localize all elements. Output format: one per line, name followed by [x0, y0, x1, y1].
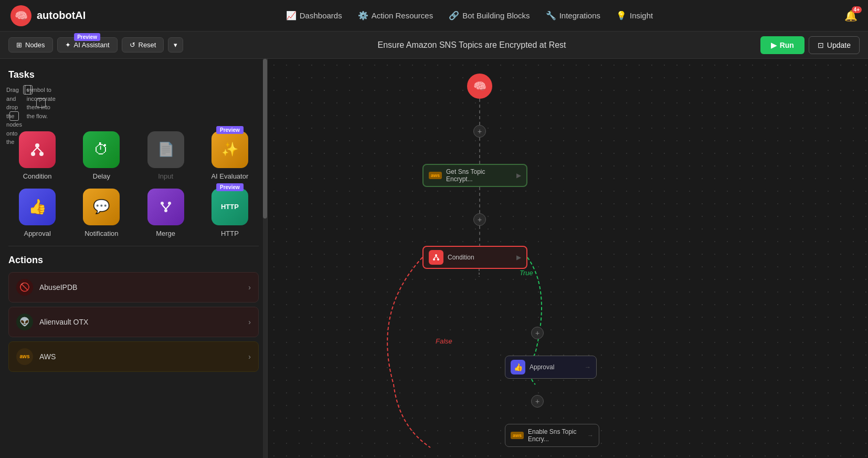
svg-point-5: [161, 202, 164, 205]
integrations-icon: 🔧: [546, 11, 556, 20]
http-label: HTTP: [221, 230, 239, 237]
run-button[interactable]: ▶ Run: [760, 36, 805, 54]
http-node-icon: HTTP: [211, 189, 248, 225]
nav-links: 📈 Dashboards ⚙️ Action Resources 🔗 Bot B…: [110, 11, 829, 20]
node-approval[interactable]: 👍 Approval: [8, 189, 66, 237]
condition-mini-svg: [432, 253, 440, 262]
approval-flow-node[interactable]: 👍 Approval →: [505, 356, 597, 379]
enable-sns-node[interactable]: aws Enable Sns Topic Encry... →: [505, 424, 599, 447]
update-button[interactable]: ⊡ Update: [809, 36, 860, 54]
node-ai-evaluator[interactable]: Preview ✨ AI Evaluator: [201, 131, 259, 180]
plus-3[interactable]: +: [531, 327, 544, 339]
main-area: Tasks Drag and drop the nodes onto the +…: [0, 59, 868, 458]
update-label: Update: [827, 41, 851, 49]
ai-assistant-label: AI Assistant: [74, 41, 110, 49]
merge-node-icon: [147, 189, 184, 225]
svg-point-10: [435, 254, 437, 256]
divider: [8, 246, 259, 246]
action-aws-left: aws AWS: [16, 348, 56, 365]
connector-4: [479, 226, 480, 247]
node-merge[interactable]: Merge: [137, 189, 195, 237]
flow-curves: [268, 59, 868, 458]
false-label: False: [436, 337, 452, 345]
ai-evaluator-preview-badge: Preview: [216, 126, 244, 134]
tasks-desc-text2: symbol to incorporate them into the flow…: [36, 98, 46, 108]
plus-4[interactable]: +: [531, 395, 544, 408]
sidebar-scrollbar[interactable]: [263, 59, 267, 458]
approval-label: Approval: [24, 230, 50, 237]
svg-point-7: [164, 209, 167, 212]
svg-line-4: [37, 148, 41, 152]
flow-canvas[interactable]: 🧠 + aws Get Sns Topic Encrypt... ▶ +: [268, 59, 868, 458]
delay-node-icon: ⏱: [83, 131, 120, 168]
node-grid-2: 👍 Approval 💬 Notification: [8, 189, 259, 237]
dropdown-button[interactable]: ▾: [168, 37, 183, 53]
svg-line-3: [33, 148, 37, 152]
nodes-button[interactable]: ⊞ Nodes: [8, 37, 53, 53]
logo[interactable]: 🧠 autobotAI: [10, 5, 94, 26]
condition-flow-icon: [429, 250, 443, 265]
svg-line-9: [166, 205, 170, 209]
insight-icon: 💡: [616, 11, 627, 20]
navbar: 🧠 autobotAI 📈 Dashboards ⚙️ Action Resou…: [0, 0, 868, 32]
get-sns-arrow: ▶: [516, 172, 521, 179]
node-condition[interactable]: Condition: [8, 131, 66, 180]
node-delay[interactable]: ⏱ Delay: [72, 131, 130, 180]
notification-node-icon: 💬: [83, 189, 120, 225]
nav-integrations[interactable]: 🔧 Integrations: [546, 11, 600, 20]
approval-node-icon: 👍: [19, 189, 56, 225]
toolbar: ⊞ Nodes Preview ✦ AI Assistant ↺ Reset ▾…: [0, 32, 868, 59]
ai-evaluator-node-icon: ✨: [211, 131, 248, 168]
action-abuseipdb[interactable]: 🚫 AbuseIPDB ›: [8, 272, 259, 303]
get-sns-label: Get Sns Topic Encrypt...: [446, 168, 512, 183]
notification-badge: 4+: [852, 6, 862, 13]
nav-action-resources[interactable]: ⚙️ Action Resources: [358, 11, 433, 20]
node-http[interactable]: Preview HTTP HTTP: [201, 189, 259, 237]
svg-point-6: [168, 202, 171, 205]
condition-flow-node[interactable]: Condition ▶: [422, 246, 527, 269]
connector-3: [479, 187, 480, 213]
nodes-label: Nodes: [25, 41, 45, 49]
chevron-down-icon: ▾: [174, 41, 177, 49]
start-node[interactable]: 🧠: [467, 74, 492, 99]
action-aws[interactable]: aws AWS ›: [8, 341, 259, 372]
abuseipdb-chevron: ›: [248, 283, 251, 292]
svg-point-2: [39, 152, 44, 156]
action-alienvault[interactable]: 👽 Alienvault OTX ›: [8, 307, 259, 337]
nav-dashboards[interactable]: 📈 Dashboards: [286, 11, 342, 20]
merge-label: Merge: [156, 230, 175, 237]
nav-bot-building-blocks[interactable]: 🔗 Bot Building Blocks: [449, 11, 530, 20]
alienvault-icon: 👽: [16, 314, 33, 330]
plus-2[interactable]: +: [473, 213, 486, 226]
aws-badge-1: aws: [429, 172, 442, 179]
action-abuseipdb-left: 🚫 AbuseIPDB: [16, 279, 77, 296]
nav-action-resources-label: Action Resources: [372, 11, 433, 20]
toolbar-right: ▶ Run ⊡ Update: [760, 36, 860, 54]
connector-1: [479, 99, 480, 125]
delay-label: Delay: [93, 172, 110, 180]
reset-button[interactable]: ↺ Reset: [122, 37, 164, 53]
reset-label: Reset: [139, 41, 156, 49]
node-notification[interactable]: 💬 Notification: [72, 189, 130, 237]
merge-svg: [158, 199, 174, 215]
nav-bot-building-blocks-label: Bot Building Blocks: [462, 11, 530, 20]
condition-label: Condition: [23, 172, 52, 180]
aws-name: AWS: [39, 352, 56, 361]
logo-icon: 🧠: [10, 5, 31, 26]
dashboards-icon: 📈: [286, 11, 297, 20]
abuseipdb-icon: 🚫: [16, 279, 33, 296]
nav-insight[interactable]: 💡 Insight: [616, 11, 653, 20]
false-path: [387, 257, 430, 447]
http-preview-badge: Preview: [216, 183, 244, 191]
ai-icon: ✦: [65, 41, 71, 49]
plus-1[interactable]: +: [473, 125, 486, 138]
tasks-desc-text1: Drag and drop the nodes onto the: [9, 111, 19, 121]
svg-point-11: [433, 258, 435, 261]
node-input: 📄 Input: [137, 131, 195, 180]
sidebar: Tasks Drag and drop the nodes onto the +…: [0, 59, 268, 458]
svg-point-0: [35, 143, 39, 148]
get-sns-node[interactable]: aws Get Sns Topic Encrypt... ▶: [422, 164, 527, 187]
condition-svg: [29, 141, 46, 158]
approval-flow-label: Approval: [530, 363, 580, 371]
notification-button[interactable]: 🔔 4+: [844, 9, 858, 22]
